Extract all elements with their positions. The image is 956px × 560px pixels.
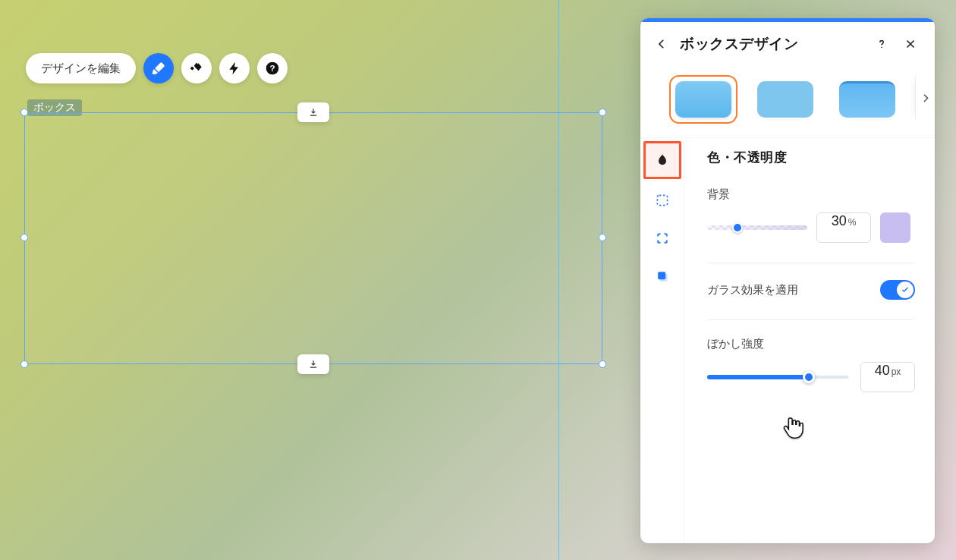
blur-value: 40	[875, 363, 890, 379]
panel-header: ボックスデザイン	[640, 22, 935, 66]
preset-strip	[640, 66, 935, 138]
floating-toolbar: デザインを編集 ?	[26, 53, 288, 83]
resize-handle-w[interactable]	[20, 234, 28, 241]
toggle-knob	[897, 282, 914, 298]
help-button[interactable]: ?	[257, 53, 288, 83]
opacity-input[interactable]: 30 %	[816, 212, 871, 243]
back-button[interactable]	[651, 33, 672, 55]
blur-row: 40 px	[707, 362, 915, 392]
glass-row: ガラス効果を適用	[707, 280, 915, 300]
resize-handle-e[interactable]	[599, 234, 606, 241]
element-tag-label: ボックス	[33, 101, 76, 113]
blur-unit: px	[892, 367, 901, 377]
close-icon	[904, 37, 917, 51]
chevron-right-icon	[920, 92, 932, 104]
svg-rect-5	[658, 272, 665, 279]
lightning-button[interactable]	[219, 53, 250, 83]
resize-handle-nw[interactable]	[20, 109, 28, 116]
divider	[707, 319, 915, 320]
check-icon	[901, 285, 910, 294]
glass-label: ガラス効果を適用	[707, 283, 798, 297]
blur-slider[interactable]	[707, 373, 848, 382]
question-circle-icon: ?	[265, 61, 280, 76]
selected-box[interactable]	[24, 112, 602, 364]
svg-text:?: ?	[269, 63, 275, 73]
background-label: 背景	[707, 187, 915, 202]
sidetab-corners[interactable]	[646, 222, 679, 255]
corners-icon	[655, 231, 670, 246]
blur-input[interactable]: 40 px	[860, 362, 915, 392]
edit-design-label: デザインを編集	[41, 61, 121, 76]
sidetab-fill[interactable]	[643, 141, 681, 179]
motion-icon	[189, 61, 204, 76]
editor-stage: デザインを編集 ? ボックス	[0, 0, 956, 560]
dashed-square-icon	[655, 193, 670, 208]
background-row: 30 %	[707, 212, 915, 243]
drop-icon	[655, 153, 670, 168]
opacity-slider-thumb[interactable]	[732, 222, 743, 233]
svg-rect-3	[657, 195, 667, 205]
background-color-swatch[interactable]	[880, 212, 910, 243]
panel-title: ボックスデザイン	[680, 34, 798, 54]
lightning-icon	[227, 61, 242, 76]
glass-toggle[interactable]	[880, 280, 915, 300]
opacity-unit: %	[848, 217, 857, 228]
sidetab-border[interactable]	[646, 184, 679, 217]
chevron-left-icon	[655, 37, 668, 51]
preset-1[interactable]	[669, 75, 737, 124]
panel-help-button[interactable]	[871, 33, 892, 55]
svg-point-2	[881, 47, 882, 49]
resize-handle-se[interactable]	[599, 360, 606, 368]
download-icon	[308, 359, 319, 370]
resize-handle-ne[interactable]	[599, 109, 606, 116]
opacity-value: 30	[832, 213, 847, 229]
animation-button[interactable]	[181, 53, 212, 83]
preset-3[interactable]	[833, 75, 901, 124]
resize-handle-sw[interactable]	[20, 360, 28, 368]
blur-label: ぼかし強度	[707, 337, 915, 351]
stretch-bottom-button[interactable]	[297, 354, 329, 374]
question-icon	[875, 37, 888, 51]
design-panel: ボックスデザイン	[640, 18, 935, 543]
edit-design-button[interactable]: デザインを編集	[26, 53, 136, 83]
opacity-slider[interactable]	[707, 224, 807, 231]
preset-2[interactable]	[751, 75, 819, 124]
panel-content: 色・不透明度 背景 30 %	[684, 138, 935, 543]
brush-icon	[151, 61, 166, 76]
section-title: 色・不透明度	[707, 149, 915, 166]
panel-close-button[interactable]	[900, 33, 921, 55]
stretch-top-button[interactable]	[297, 102, 329, 122]
divider	[707, 263, 915, 263]
shadow-icon	[655, 269, 670, 284]
panel-sidetabs	[640, 138, 684, 543]
preset-next-button[interactable]	[915, 76, 935, 120]
sidetab-shadow[interactable]	[646, 260, 679, 293]
design-brush-button[interactable]	[143, 53, 174, 83]
blur-slider-thumb[interactable]	[803, 371, 815, 383]
download-icon	[308, 107, 319, 118]
blur-slider-fill	[707, 375, 809, 379]
